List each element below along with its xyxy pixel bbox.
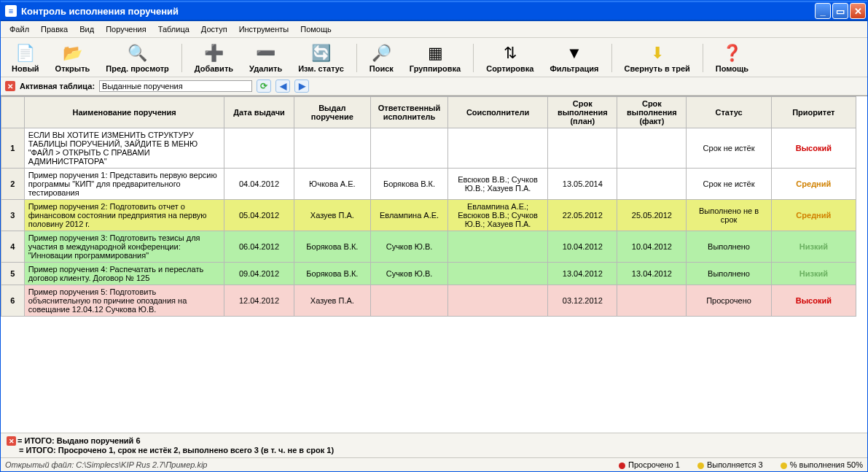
toolbar-добавить[interactable]: ➕Добавить bbox=[188, 41, 240, 75]
nav-next-button[interactable]: ▶ bbox=[294, 80, 309, 93]
cell bbox=[617, 285, 687, 317]
toolbar-новый[interactable]: 📄Новый bbox=[5, 41, 46, 75]
close-table-icon[interactable]: ✕ bbox=[5, 81, 15, 91]
column-header-1[interactable]: Наименование поручения bbox=[24, 97, 224, 128]
cell: Пример поручения 2: Подготовить отчет о … bbox=[24, 200, 224, 231]
cell: 04.04.2012 bbox=[224, 169, 294, 200]
toolbar-изм--статус[interactable]: 🔄Изм. статус bbox=[292, 41, 351, 75]
priority-cell: Низкий bbox=[771, 263, 856, 285]
cell: 22.05.2012 bbox=[548, 200, 617, 231]
table-container[interactable]: Наименование порученияДата выдачиВыдал п… bbox=[1, 96, 867, 433]
toolbar-помощь[interactable]: ❓Помощь bbox=[709, 41, 755, 75]
row-number: 4 bbox=[1, 231, 25, 263]
menu-item-4[interactable]: Таблица bbox=[152, 23, 195, 36]
status-overdue: Просрочено 1 bbox=[619, 460, 680, 469]
column-header-7[interactable]: Срок выполнения (факт) bbox=[617, 97, 687, 128]
toolbar-сортировка[interactable]: ⇅Сортировка bbox=[480, 41, 540, 75]
toolbar-группировка[interactable]: ▦Группировка bbox=[403, 41, 467, 75]
cell: Ючкова А.Е. bbox=[294, 169, 371, 200]
column-header-5[interactable]: Соисполнители bbox=[447, 97, 547, 128]
dot-red-icon bbox=[619, 463, 625, 469]
toolbar-label: Поиск bbox=[370, 64, 394, 73]
table-row[interactable]: 1ЕСЛИ ВЫ ХОТИТЕ ИЗМЕНИТЬ СТРУКТУРУ ТАБЛИ… bbox=[1, 128, 856, 169]
cell: Евлампина А.Е. bbox=[371, 200, 448, 231]
cell: Пример поручения 5: Подготовить объяснит… bbox=[24, 285, 224, 317]
priority-cell: Высокий bbox=[771, 285, 856, 317]
menu-item-3[interactable]: Поручения bbox=[100, 23, 152, 36]
cell: Просрочено bbox=[687, 285, 771, 317]
column-header-2[interactable]: Дата выдачи bbox=[224, 97, 294, 128]
table-row[interactable]: 3Пример поручения 2: Подготовить отчет о… bbox=[1, 200, 856, 231]
cell: ЕСЛИ ВЫ ХОТИТЕ ИЗМЕНИТЬ СТРУКТУРУ ТАБЛИЦ… bbox=[24, 128, 224, 169]
cell bbox=[371, 285, 448, 317]
cell: Евсюков В.В.; Сучков Ю.В.; Хазуев П.А. bbox=[447, 169, 547, 200]
cell: 10.04.2012 bbox=[548, 231, 617, 263]
summary-close-icon[interactable]: ✕ bbox=[7, 436, 16, 446]
status-file: Открытый файл: C:\Simplecs\KIP Rus 2.7\П… bbox=[5, 460, 208, 469]
column-header-3[interactable]: Выдал поручение bbox=[294, 97, 371, 128]
menu-item-0[interactable]: Файл bbox=[4, 23, 35, 36]
toolbar-icon: 🔍 bbox=[128, 43, 148, 63]
summary-line-2: = ИТОГО: Просрочено 1, срок не истёк 2, … bbox=[19, 446, 334, 454]
cell bbox=[447, 263, 547, 285]
toolbar-удалить[interactable]: ➖Удалить bbox=[243, 41, 289, 75]
priority-cell: Низкий bbox=[771, 231, 856, 263]
toolbar-icon: ➕ bbox=[203, 43, 224, 63]
column-header-9[interactable]: Приоритет bbox=[771, 97, 856, 128]
active-table-input[interactable] bbox=[99, 80, 252, 92]
cell: 09.04.2012 bbox=[224, 263, 294, 285]
cell: Сучков Ю.В. bbox=[371, 231, 448, 263]
menu-item-7[interactable]: Помощь bbox=[294, 23, 337, 36]
nav-refresh-button[interactable]: ⟳ bbox=[257, 80, 271, 93]
close-button[interactable]: ✕ bbox=[850, 3, 866, 19]
menu-item-6[interactable]: Инструменты bbox=[233, 23, 295, 36]
status-inprogress: Выполняется 3 bbox=[697, 460, 763, 469]
toolbar-label: Открыть bbox=[55, 64, 90, 73]
menu-item-2[interactable]: Вид bbox=[74, 23, 100, 36]
cell bbox=[447, 128, 547, 169]
table-row[interactable]: 2Пример поручения 1: Представить первую … bbox=[1, 169, 856, 200]
cell: 05.04.2012 bbox=[224, 200, 294, 231]
table-row[interactable]: 6Пример поручения 5: Подготовить объясни… bbox=[1, 285, 856, 317]
menu-item-1[interactable]: Правка bbox=[35, 23, 74, 36]
summary-panel: ✕= ИТОГО: Выдано поручений 6 = ИТОГО: Пр… bbox=[1, 433, 867, 458]
cell: Борякова В.К. bbox=[294, 231, 371, 263]
cell: 03.12.2012 bbox=[548, 285, 617, 317]
toolbar-свернуть-в-трей[interactable]: ⬇Свернуть в трей bbox=[618, 41, 697, 75]
toolbar-icon: 📄 bbox=[15, 43, 36, 63]
cell: Выполнено bbox=[687, 231, 771, 263]
minimize-button[interactable]: _ bbox=[815, 3, 831, 19]
toolbar-icon: ⇅ bbox=[500, 43, 520, 63]
row-number: 1 bbox=[1, 128, 25, 169]
column-header-8[interactable]: Статус bbox=[687, 97, 771, 128]
app-icon: ≡ bbox=[5, 5, 17, 17]
cell: Выполнено bbox=[687, 263, 771, 285]
window-title: Контроль исполнения поручений bbox=[21, 6, 179, 17]
column-header-4[interactable]: Ответственный исполнитель bbox=[371, 97, 448, 128]
dot-yellow-icon bbox=[697, 463, 704, 469]
nav-prev-button[interactable]: ◀ bbox=[275, 80, 290, 93]
column-header-6[interactable]: Срок выполнения (план) bbox=[548, 97, 617, 128]
toolbar-label: Новый bbox=[12, 64, 39, 73]
toolbar-фильтрация[interactable]: ▼Фильтрация bbox=[543, 41, 605, 75]
toolbar-открыть[interactable]: 📂Открыть bbox=[49, 41, 97, 75]
toolbar-пред--просмотр[interactable]: 🔍Пред. просмотр bbox=[99, 41, 175, 75]
active-table-bar: ✕ Активная таблица: ⟳ ◀ ▶ bbox=[1, 77, 867, 96]
toolbar-поиск[interactable]: 🔎Поиск bbox=[363, 41, 400, 75]
table-row[interactable]: 4Пример поручения 3: Подготовить тезисы … bbox=[1, 231, 856, 263]
maximize-button[interactable]: ▭ bbox=[832, 3, 848, 19]
toolbar-icon: ▦ bbox=[425, 43, 445, 63]
cell bbox=[371, 128, 448, 169]
toolbar-icon: ➖ bbox=[256, 43, 276, 63]
cell: Срок не истёк bbox=[687, 169, 771, 200]
cell: 25.05.2012 bbox=[617, 200, 687, 231]
table-row[interactable]: 5Пример поручения 4: Распечатать и перес… bbox=[1, 263, 856, 285]
row-number: 2 bbox=[1, 169, 25, 200]
toolbar-label: Группировка bbox=[410, 64, 461, 73]
toolbar-icon: ⬇ bbox=[647, 43, 668, 63]
row-number: 5 bbox=[1, 263, 25, 285]
menu-item-5[interactable]: Доступ bbox=[195, 23, 233, 36]
cell: Срок не истёк bbox=[687, 128, 771, 169]
column-header-0[interactable] bbox=[1, 97, 25, 128]
toolbar-separator bbox=[473, 44, 474, 72]
